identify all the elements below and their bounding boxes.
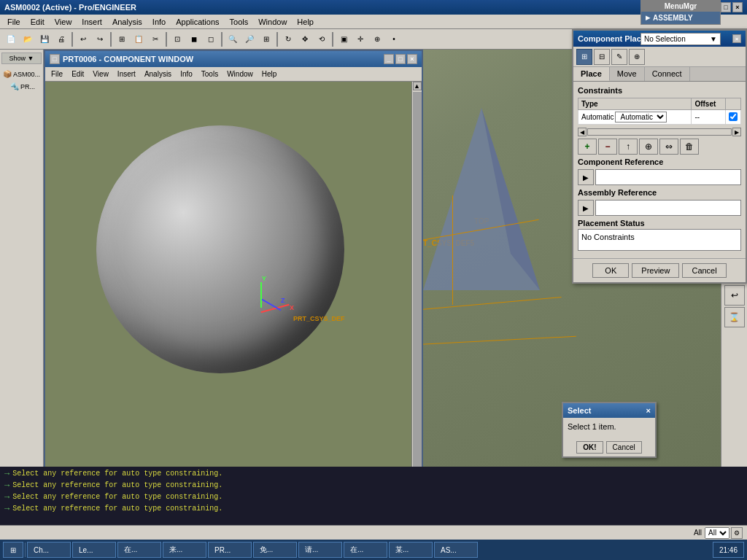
toolbar-open[interactable]: 📂 — [20, 31, 36, 47]
rt-btn-12[interactable]: ⌛ — [724, 307, 745, 327]
menu-window[interactable]: Window — [254, 17, 291, 27]
menu-insert[interactable]: Insert — [77, 17, 107, 27]
taskbar-item-3[interactable]: 在... — [117, 542, 161, 558]
placement-tb-place[interactable]: ⊞ — [576, 49, 592, 65]
comp-menu-info[interactable]: Info — [177, 69, 196, 79]
cancel-button[interactable]: Cancel — [682, 263, 726, 278]
menu-edit[interactable]: Edit — [26, 17, 49, 27]
tab-place[interactable]: Place — [573, 67, 610, 81]
copy-constraint-btn[interactable]: ⊕ — [639, 139, 658, 155]
ok-button[interactable]: OK — [592, 263, 629, 278]
scroll-track[interactable] — [413, 92, 422, 467]
move-up-btn[interactable]: ↑ — [619, 139, 638, 155]
menu-applications[interactable]: Applications — [171, 17, 223, 27]
toolbar-points[interactable]: • — [386, 31, 402, 47]
comp-scrollbar-v[interactable]: ▲ ▼ — [411, 82, 422, 467]
taskbar-item-2[interactable]: Le... — [72, 542, 116, 558]
taskbar-item-5[interactable]: PR... — [208, 542, 252, 558]
filter-dropdown[interactable]: All — [705, 527, 729, 539]
placement-tb-3[interactable]: ✎ — [611, 49, 627, 65]
comp-ref-input[interactable] — [595, 169, 741, 185]
comp-menu-help[interactable]: Help — [259, 69, 280, 79]
asm-ref-arrow-btn[interactable]: ▶ — [578, 200, 594, 216]
tree-item-prt[interactable]: 🔩 PR... — [1, 81, 42, 92]
constraint-checkbox[interactable] — [729, 112, 738, 121]
asm-ref-input[interactable] — [595, 200, 741, 216]
comp-ref-arrow-btn[interactable]: ▶ — [578, 169, 594, 185]
taskbar-item-10[interactable]: AS... — [434, 542, 478, 558]
toolbar-fit[interactable]: ⊞ — [258, 31, 274, 47]
toolbar-zoom-out[interactable]: 🔎 — [241, 31, 258, 47]
menu-file[interactable]: File — [3, 17, 25, 27]
toolbar-cut[interactable]: ✂ — [147, 31, 163, 47]
toolbar-spin[interactable]: ⟲ — [314, 31, 330, 47]
tab-move[interactable]: Move — [610, 67, 645, 81]
placement-tb-2[interactable]: ⊟ — [594, 49, 610, 65]
toolbar-csys[interactable]: ⊕ — [369, 31, 385, 47]
h-scrollbar-track[interactable] — [587, 128, 732, 136]
toolbar-pan[interactable]: ✥ — [297, 31, 313, 47]
taskbar-start-btn[interactable]: ⊞ — [3, 542, 23, 558]
menu-view[interactable]: View — [50, 17, 77, 27]
taskbar-item-7[interactable]: 请... — [298, 542, 342, 558]
comp-viewport[interactable]: X Y Z PRT_CSYS_DEF ▲ ▼ ◀ — [45, 82, 422, 467]
rt-btn-11[interactable]: ↩ — [724, 285, 745, 306]
toolbar-copy[interactable]: ⊞ — [114, 31, 130, 47]
menu-info[interactable]: Info — [148, 17, 170, 27]
comp-menu-edit[interactable]: Edit — [69, 69, 87, 79]
comp-maximize-btn[interactable]: □ — [395, 54, 406, 64]
toolbar-datum-planes[interactable]: ▣ — [336, 31, 352, 47]
scroll-left-arrow[interactable]: ◀ — [578, 128, 587, 136]
toolbar-print[interactable]: 🖨 — [53, 31, 69, 47]
comp-menu-window[interactable]: Window — [224, 69, 256, 79]
toolbar-redo[interactable]: ↪ — [92, 31, 108, 47]
comp-close-btn[interactable]: × — [407, 54, 417, 64]
toolbar-axes[interactable]: ✛ — [352, 31, 368, 47]
taskbar-item-9[interactable]: 某... — [389, 542, 433, 558]
menu-analysis[interactable]: Analysis — [108, 17, 147, 27]
remove-constraint-btn[interactable]: − — [598, 139, 617, 155]
show-button[interactable]: Show ▼ — [1, 52, 42, 64]
select-cancel-btn[interactable]: Cancel — [606, 441, 642, 454]
toolbar-hidden[interactable]: ◻ — [203, 31, 219, 47]
filter-settings-btn[interactable]: ⚙ — [731, 527, 743, 539]
comp-menu-view[interactable]: View — [90, 69, 112, 79]
switch-btn[interactable]: ⇔ — [659, 139, 678, 155]
constraint-type-select[interactable]: Automatic — [615, 112, 667, 122]
placement-close-btn[interactable]: × — [732, 34, 741, 43]
comp-menu-file[interactable]: File — [48, 69, 66, 79]
select-ok-btn[interactable]: OK! — [576, 441, 603, 454]
comp-menu-tools[interactable]: Tools — [198, 69, 221, 79]
menu-help[interactable]: Help — [293, 17, 318, 27]
taskbar-item-1[interactable]: Ch... — [27, 542, 71, 558]
toolbar-zoom-in[interactable]: 🔍 — [225, 31, 241, 47]
scroll-right-arrow[interactable]: ▶ — [732, 128, 741, 136]
placement-tb-4[interactable]: ⊕ — [629, 49, 645, 65]
no-selection-combo[interactable]: No Selection ▼ — [640, 33, 721, 45]
delete-constraint-btn[interactable]: 🗑 — [680, 139, 699, 155]
select-dialog-close[interactable]: × — [646, 406, 651, 415]
taskbar-item-6[interactable]: 免... — [253, 542, 297, 558]
tree-item-asm[interactable]: 📦 ASM00... — [1, 69, 42, 79]
close-button[interactable]: × — [732, 2, 743, 12]
toolbar-save[interactable]: 💾 — [36, 31, 53, 47]
comp-minimize-btn[interactable]: _ — [384, 54, 394, 64]
taskbar-item-8[interactable]: 在... — [344, 542, 387, 558]
comp-window-icon[interactable]: □ — [50, 54, 60, 64]
toolbar-paste[interactable]: 📋 — [131, 31, 147, 47]
toolbar-shaded[interactable]: ◼ — [186, 31, 202, 47]
scroll-up-btn[interactable]: ▲ — [413, 82, 422, 90]
comp-menu-insert[interactable]: Insert — [115, 69, 139, 79]
taskbar-item-4[interactable]: 来... — [163, 542, 206, 558]
toolbar-wireframe[interactable]: ⊡ — [169, 31, 185, 47]
add-constraint-btn[interactable]: + — [578, 139, 597, 155]
maximize-button[interactable]: □ — [721, 2, 731, 12]
comp-menu-analysis[interactable]: Analysis — [142, 69, 174, 79]
toolbar-undo[interactable]: ↩ — [75, 31, 91, 47]
tab-connect[interactable]: Connect — [645, 67, 690, 81]
menu-tools[interactable]: Tools — [225, 17, 253, 27]
toolbar-rotate[interactable]: ↻ — [280, 31, 296, 47]
preview-button[interactable]: Preview — [632, 263, 679, 278]
mm-assembly-section[interactable]: ▶ ASSEMBLY — [641, 12, 720, 24]
toolbar-new[interactable]: 📄 — [3, 31, 19, 47]
